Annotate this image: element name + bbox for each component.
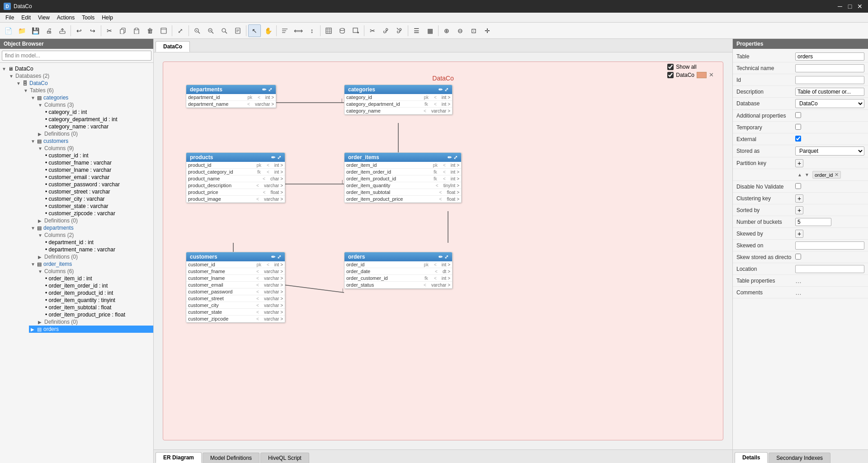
fullscreen-button[interactable]: ⤢ (174, 24, 187, 37)
er-table-products[interactable]: products ✏ ⤢ product_id pk < int > (186, 152, 285, 203)
align-h-button[interactable]: ⟺ (292, 24, 305, 37)
expand-icon[interactable]: ⤢ (277, 155, 281, 161)
tab-secondary-indexes[interactable]: Secondary Indexes (769, 453, 830, 463)
er-table-categories[interactable]: categories ✏ ⤢ category_id pk < int > (344, 85, 453, 115)
align-v-button[interactable]: ↕ (306, 24, 318, 37)
tree-row-col[interactable]: • department_name : varchar (43, 246, 153, 253)
tree-row-categories-defs[interactable]: ▶ Definitions (0) (36, 130, 153, 137)
prop-checkbox-temporary[interactable] (795, 124, 801, 130)
tab-hiveql-script[interactable]: HiveQL Script (260, 453, 309, 463)
tree-row-orders[interactable]: ▶ ▤ orders (29, 326, 153, 333)
paste-button[interactable] (130, 24, 143, 37)
tree-row-order-items-cols[interactable]: ▼ Columns (6) (36, 268, 153, 275)
tree-row-col[interactable]: • customer_password : varchar (43, 181, 153, 188)
zoom-page-button[interactable] (231, 24, 244, 37)
edit-icon[interactable]: ✏ (271, 254, 275, 260)
tree-toggle[interactable]: ▶ (38, 132, 43, 137)
card-view-button[interactable]: ▦ (424, 24, 436, 37)
tree-toggle[interactable]: ▶ (38, 320, 43, 325)
prop-input-table[interactable] (795, 52, 864, 61)
menu-view[interactable]: View (34, 14, 53, 22)
prop-checkbox-external[interactable] (795, 136, 801, 142)
tree-row-customers-defs[interactable]: ▶ Definitions (0) (36, 217, 153, 224)
expand-icon[interactable]: ⤢ (277, 254, 281, 260)
tree-row-col[interactable]: • category_id : int (43, 109, 153, 116)
menu-tools[interactable]: Tools (78, 14, 98, 22)
partition-up-button[interactable]: ▲ (796, 171, 803, 179)
edit-icon[interactable]: ✏ (439, 87, 443, 93)
prop-input-number-of-buckets[interactable] (795, 218, 831, 226)
tree-toggle[interactable]: ▼ (2, 66, 7, 71)
tree-row-col[interactable]: • category_department_id : int (43, 116, 153, 123)
dataco-checkbox[interactable] (667, 72, 674, 78)
prop-checkbox-skew-stored-as[interactable] (795, 254, 801, 260)
tree-toggle[interactable]: ▼ (31, 139, 36, 144)
tree-toggle[interactable]: ▼ (38, 233, 43, 238)
tree-toggle[interactable]: ▼ (31, 262, 36, 267)
comments-dots-button[interactable]: … (795, 289, 802, 296)
prop-input-id[interactable] (795, 76, 864, 84)
menu-actions[interactable]: Actions (53, 14, 78, 22)
db-connect-button[interactable] (336, 24, 349, 37)
table-properties-dots-button[interactable]: … (795, 277, 802, 284)
partition-down-button[interactable]: ▼ (803, 171, 811, 179)
tree-toggle[interactable]: ▼ (31, 226, 36, 231)
edit-icon[interactable]: ✏ (262, 87, 266, 93)
tree-row-col[interactable]: • customer_city : varchar (43, 195, 153, 203)
edit-icon[interactable]: ✏ (271, 155, 275, 161)
menu-file[interactable]: File (2, 14, 18, 22)
redo-button[interactable]: ↪ (86, 24, 99, 37)
prop-input-skewed-on[interactable] (795, 241, 864, 250)
expand-button[interactable]: ⊡ (467, 24, 480, 37)
close-button[interactable]: ✕ (855, 2, 864, 11)
er-table-orders[interactable]: orders ✏ ⤢ order_id pk < int > (344, 252, 453, 289)
export-button[interactable] (56, 24, 69, 37)
prop-select-stored-as[interactable]: Parquet ORC CSV Avro (795, 146, 864, 156)
copy-button[interactable] (117, 24, 129, 37)
grid-button[interactable] (322, 24, 335, 37)
save-button[interactable]: 💾 (29, 24, 42, 37)
move-button[interactable]: ✛ (481, 24, 494, 37)
sorted-by-add-button[interactable]: + (795, 206, 803, 214)
expand-icon[interactable]: ⤢ (444, 87, 448, 93)
link-cut-button[interactable]: ✂ (366, 24, 379, 37)
tree-toggle[interactable]: ▼ (24, 88, 29, 93)
zoom-fit-button[interactable] (218, 24, 231, 37)
tab-er-diagram[interactable]: ER Diagram (156, 452, 202, 463)
tree-row-customers-cols[interactable]: ▼ Columns (9) (36, 145, 153, 152)
delete-button[interactable]: 🗑 (144, 24, 156, 37)
select-button[interactable]: ↖ (248, 24, 261, 37)
tree-row-col[interactable]: • customer_fname : varchar (43, 159, 153, 166)
menu-edit[interactable]: Edit (18, 14, 34, 22)
prop-input-description[interactable] (795, 88, 864, 96)
unlink-button[interactable] (393, 24, 406, 37)
tree-row-tables[interactable]: ▼ Tables (6) (22, 87, 153, 94)
table-add-button[interactable] (349, 24, 362, 37)
zoom-out-button[interactable] (204, 24, 217, 37)
prop-select-database[interactable]: DataCo (795, 99, 864, 108)
undo-button[interactable]: ↩ (73, 24, 85, 37)
tab-model-definitions[interactable]: Model Definitions (203, 453, 259, 463)
tree-toggle[interactable]: ▼ (16, 81, 22, 86)
tree-row-col[interactable]: • order_item_quantity : tinyint (43, 297, 153, 304)
tree-row-col[interactable]: • department_id : int (43, 239, 153, 246)
tree-row-databases[interactable]: ▼ Databases (2) (7, 72, 153, 80)
tree-toggle[interactable]: ▼ (38, 146, 43, 151)
tree-toggle[interactable]: ▶ (31, 327, 36, 332)
hand-button[interactable]: ✋ (262, 24, 274, 37)
tree-row-dataco-root[interactable]: ▼ 🖥 DataCo (0, 65, 153, 72)
tree-row-categories[interactable]: ▼ ▤ categories (29, 94, 153, 101)
expand-icon[interactable]: ⤢ (268, 87, 272, 93)
tree-row-col[interactable]: • order_item_product_id : int (43, 289, 153, 297)
tree-row-col[interactable]: • customer_street : varchar (43, 188, 153, 195)
add-node-button[interactable]: ⊕ (440, 24, 453, 37)
expand-icon[interactable]: ⤢ (444, 254, 448, 260)
menu-help[interactable]: Help (98, 14, 117, 22)
zoom-in-button[interactable] (191, 24, 203, 37)
maximize-button[interactable]: □ (845, 2, 854, 11)
edit-icon[interactable]: ✏ (448, 155, 452, 161)
prop-checkbox-additional-props[interactable] (795, 112, 801, 118)
tree-row-col[interactable]: • category_name : varchar (43, 123, 153, 130)
search-input[interactable] (2, 51, 151, 61)
tree-row-col[interactable]: • order_item_order_id : int (43, 282, 153, 289)
